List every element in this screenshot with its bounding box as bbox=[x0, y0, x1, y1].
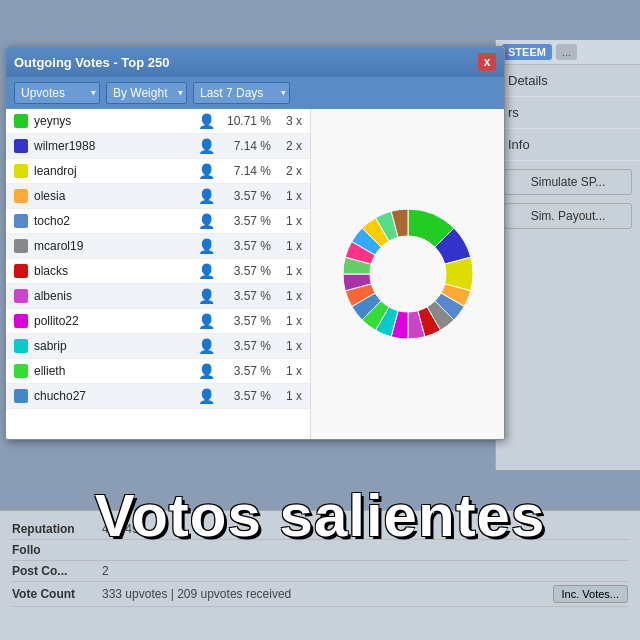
person-icon: 👤 bbox=[198, 363, 215, 379]
vote-color bbox=[14, 339, 28, 353]
filter3-wrapper: Last 7 Days Last 30 Days All Time bbox=[193, 82, 290, 104]
simulate-sp-button[interactable]: Simulate SP... bbox=[504, 169, 632, 195]
vote-count-value: 333 upvotes | 209 upvotes received bbox=[102, 587, 291, 601]
donut-chart bbox=[328, 194, 488, 354]
vote-color bbox=[14, 289, 28, 303]
person-icon: 👤 bbox=[198, 138, 215, 154]
filter2-wrapper: By Weight By Count bbox=[106, 82, 187, 104]
vote-count: 1 x bbox=[277, 364, 302, 378]
by-weight-select[interactable]: By Weight By Count bbox=[106, 82, 187, 104]
person-icon: 👤 bbox=[198, 313, 215, 329]
vote-count-row: Vote Count 333 upvotes | 209 upvotes rec… bbox=[12, 582, 628, 607]
vote-name: leandroj bbox=[34, 164, 192, 178]
vote-color bbox=[14, 189, 28, 203]
vote-row[interactable]: mcarol19 👤 3.57 % 1 x bbox=[6, 234, 310, 259]
person-icon: 👤 bbox=[198, 238, 215, 254]
vote-row[interactable]: yeynys 👤 10.71 % 3 x bbox=[6, 109, 310, 134]
vote-name: blacks bbox=[34, 264, 192, 278]
vote-color bbox=[14, 139, 28, 153]
vote-row[interactable]: leandroj 👤 7.14 % 2 x bbox=[6, 159, 310, 184]
vote-color bbox=[14, 239, 28, 253]
person-icon: 👤 bbox=[198, 388, 215, 404]
vote-pct: 3.57 % bbox=[221, 289, 271, 303]
dots-button[interactable]: ... bbox=[556, 44, 577, 60]
vote-pct: 3.57 % bbox=[221, 189, 271, 203]
vote-count: 1 x bbox=[277, 239, 302, 253]
vote-pct: 7.14 % bbox=[221, 139, 271, 153]
vote-count: 1 x bbox=[277, 389, 302, 403]
vote-row[interactable]: tocho2 👤 3.57 % 1 x bbox=[6, 209, 310, 234]
vote-pct: 3.57 % bbox=[221, 339, 271, 353]
vote-color bbox=[14, 389, 28, 403]
last-7-days-select[interactable]: Last 7 Days Last 30 Days All Time bbox=[193, 82, 290, 104]
vote-name: olesia bbox=[34, 189, 192, 203]
steem-badge[interactable]: STEEM bbox=[502, 44, 552, 60]
votes-dialog: Outgoing Votes - Top 250 x Upvotes Downv… bbox=[5, 46, 505, 440]
vote-row[interactable]: albenis 👤 3.57 % 1 x bbox=[6, 284, 310, 309]
right-panel-header: STEEM ... bbox=[496, 40, 640, 65]
vote-row[interactable]: wilmer1988 👤 7.14 % 2 x bbox=[6, 134, 310, 159]
vote-color bbox=[14, 314, 28, 328]
vote-name: tocho2 bbox=[34, 214, 192, 228]
sim-payout-button[interactable]: Sim. Payout... bbox=[504, 203, 632, 229]
vote-count: 1 x bbox=[277, 214, 302, 228]
vote-list[interactable]: yeynys 👤 10.71 % 3 x wilmer1988 👤 7.14 %… bbox=[6, 109, 311, 439]
vote-count-label: Vote Count bbox=[12, 587, 92, 601]
person-icon: 👤 bbox=[198, 288, 215, 304]
person-icon: 👤 bbox=[198, 338, 215, 354]
vote-count: 1 x bbox=[277, 289, 302, 303]
vote-count: 1 x bbox=[277, 339, 302, 353]
follow-label: Follo bbox=[12, 543, 92, 557]
person-icon: 👤 bbox=[198, 163, 215, 179]
person-icon: 👤 bbox=[198, 263, 215, 279]
dialog-titlebar: Outgoing Votes - Top 250 x bbox=[6, 47, 504, 77]
follow-row: Follo bbox=[12, 540, 628, 561]
dialog-toolbar: Upvotes Downvotes All By Weight By Count… bbox=[6, 77, 504, 109]
vote-color bbox=[14, 114, 28, 128]
vote-name: sabrip bbox=[34, 339, 192, 353]
filter1-wrapper: Upvotes Downvotes All bbox=[14, 82, 100, 104]
rs-menu-item[interactable]: rs bbox=[496, 97, 640, 129]
vote-name: chucho27 bbox=[34, 389, 192, 403]
reputation-value: 48.549 bbox=[102, 522, 139, 536]
person-icon: 👤 bbox=[198, 188, 215, 204]
vote-name: pollito22 bbox=[34, 314, 192, 328]
vote-color bbox=[14, 214, 28, 228]
vote-name: albenis bbox=[34, 289, 192, 303]
vote-name: wilmer1988 bbox=[34, 139, 192, 153]
vote-count: 2 x bbox=[277, 139, 302, 153]
vote-row[interactable]: chucho27 👤 3.57 % 1 x bbox=[6, 384, 310, 409]
vote-pct: 3.57 % bbox=[221, 239, 271, 253]
vote-count: 1 x bbox=[277, 314, 302, 328]
vote-row[interactable]: sabrip 👤 3.57 % 1 x bbox=[6, 334, 310, 359]
vote-name: ellieth bbox=[34, 364, 192, 378]
vote-color bbox=[14, 264, 28, 278]
vote-count: 2 x bbox=[277, 164, 302, 178]
vote-row[interactable]: olesia 👤 3.57 % 1 x bbox=[6, 184, 310, 209]
vote-count: 3 x bbox=[277, 114, 302, 128]
vote-name: yeynys bbox=[34, 114, 192, 128]
post-count-label: Post Co... bbox=[12, 564, 92, 578]
dialog-title: Outgoing Votes - Top 250 bbox=[14, 55, 170, 70]
dialog-body: yeynys 👤 10.71 % 3 x wilmer1988 👤 7.14 %… bbox=[6, 109, 504, 439]
dialog-close-button[interactable]: x bbox=[478, 53, 496, 71]
vote-pct: 3.57 % bbox=[221, 389, 271, 403]
vote-pct: 10.71 % bbox=[221, 114, 271, 128]
person-icon: 👤 bbox=[198, 213, 215, 229]
post-count-row: Post Co... 2 bbox=[12, 561, 628, 582]
bottom-bar: Reputation 48.549 Follo Post Co... 2 Vot… bbox=[0, 510, 640, 640]
vote-pct: 3.57 % bbox=[221, 364, 271, 378]
upvotes-select[interactable]: Upvotes Downvotes All bbox=[14, 82, 100, 104]
vote-pct: 7.14 % bbox=[221, 164, 271, 178]
reputation-label: Reputation bbox=[12, 522, 92, 536]
info-menu-item[interactable]: Info bbox=[496, 129, 640, 161]
chart-area bbox=[311, 109, 504, 439]
vote-row[interactable]: blacks 👤 3.57 % 1 x bbox=[6, 259, 310, 284]
inc-votes-button[interactable]: Inc. Votes... bbox=[553, 585, 628, 603]
details-menu-item[interactable]: Details bbox=[496, 65, 640, 97]
vote-row[interactable]: ellieth 👤 3.57 % 1 x bbox=[6, 359, 310, 384]
vote-count: 1 x bbox=[277, 189, 302, 203]
vote-row[interactable]: pollito22 👤 3.57 % 1 x bbox=[6, 309, 310, 334]
vote-pct: 3.57 % bbox=[221, 264, 271, 278]
post-count-value: 2 bbox=[102, 564, 109, 578]
